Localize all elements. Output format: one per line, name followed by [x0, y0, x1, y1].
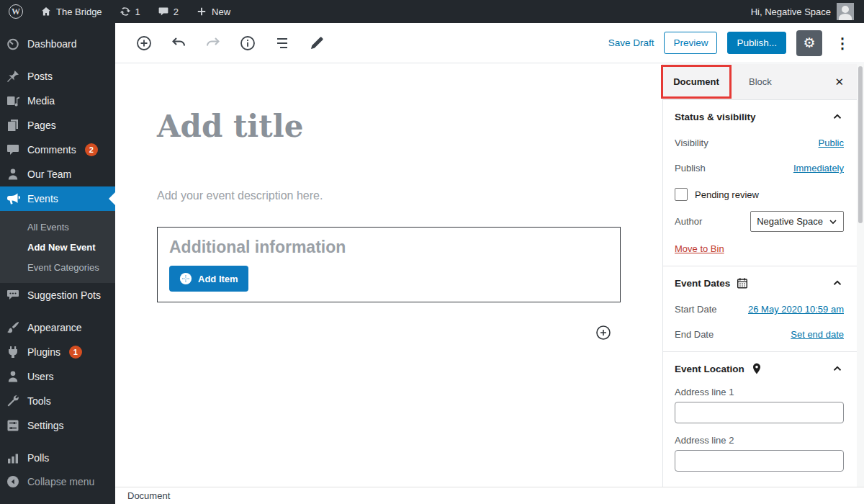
new-label: New — [212, 6, 230, 17]
author-label: Author — [675, 216, 702, 227]
address-line-2-input[interactable] — [675, 450, 844, 472]
scrollbar-thumb[interactable] — [858, 66, 863, 223]
content-structure-icon[interactable] — [239, 35, 256, 52]
editor-footer: Document — [115, 487, 864, 504]
sidebar-item-comments[interactable]: Comments 2 — [0, 138, 115, 162]
plus-circle-icon — [179, 272, 192, 285]
events-submenu: All Events Add New Event Event Categorie… — [0, 211, 115, 283]
sidebar-item-label: Events — [27, 193, 58, 204]
site-name-label: The Bridge — [56, 6, 102, 17]
sidebar-item-settings[interactable]: Settings — [0, 413, 115, 438]
wordpress-menu[interactable]: W — [0, 0, 32, 23]
sidebar-item-label: Appearance — [27, 322, 82, 333]
comment-bubble-icon — [158, 6, 169, 17]
undo-icon[interactable] — [170, 35, 187, 52]
close-icon[interactable]: ✕ — [834, 76, 844, 89]
sidebar-item-pages[interactable]: Pages — [0, 113, 115, 138]
address-line-2-label: Address line 2 — [675, 435, 844, 446]
bar-chart-icon — [6, 451, 20, 465]
start-date-label: Start Date — [675, 304, 717, 315]
site-name-link[interactable]: The Bridge — [32, 0, 111, 23]
end-date-link[interactable]: Set end date — [791, 329, 844, 340]
block-navigation-icon[interactable] — [274, 35, 291, 52]
visibility-label: Visibility — [675, 138, 708, 148]
save-draft-button[interactable]: Save Draft — [608, 37, 654, 48]
publish-value-link[interactable]: Immediately — [793, 163, 844, 174]
collapse-menu-button[interactable]: Collapse menu — [0, 469, 115, 494]
publish-label: Publish — [675, 163, 706, 174]
status-visibility-section: Status & visibility Visibility Public Pu… — [663, 100, 864, 266]
comments-menu[interactable]: 2 — [149, 0, 187, 23]
sidebar-item-label: Pages — [27, 120, 56, 131]
account-menu[interactable]: Hi, Negative Space — [751, 3, 864, 20]
panel-scrollbar[interactable] — [857, 64, 864, 487]
address-line-1-input[interactable] — [675, 402, 844, 423]
comments-badge: 2 — [85, 143, 98, 156]
sidebar-item-dashboard[interactable]: Dashboard — [0, 32, 115, 56]
start-date-link[interactable]: 26 May 2020 10:59 am — [748, 304, 844, 315]
updates-count: 1 — [135, 6, 140, 17]
sidebar-item-plugins[interactable]: Plugins 1 — [0, 340, 115, 364]
megaphone-icon — [6, 192, 20, 206]
breadcrumb: Document — [127, 490, 170, 501]
new-menu[interactable]: New — [187, 0, 239, 23]
sidebar-item-our-team[interactable]: Our Team — [0, 162, 115, 186]
add-item-button[interactable]: Add Item — [169, 266, 248, 292]
sidebar-item-label: Users — [27, 371, 54, 382]
publish-button[interactable]: Publish... — [727, 32, 786, 54]
sidebar-item-suggestion-pots[interactable]: Suggestion Pots — [0, 283, 115, 307]
testimonial-icon — [6, 288, 20, 302]
sidebar-item-appearance[interactable]: Appearance — [0, 315, 115, 340]
calendar-icon — [736, 276, 749, 289]
user-icon — [6, 167, 20, 181]
settings-tabs: Document Block ✕ — [663, 64, 864, 100]
brush-icon — [6, 320, 20, 335]
add-block-icon[interactable] — [135, 35, 153, 52]
comments-count: 2 — [174, 6, 179, 17]
sidebar-item-events[interactable]: Events — [0, 186, 115, 211]
edit-pencil-icon[interactable] — [308, 35, 325, 52]
sidebar-item-label: Collapse menu — [27, 476, 94, 487]
event-dates-section: Event Dates Start Date 26 May 2020 10:59… — [663, 266, 864, 352]
submenu-item-add-new-event[interactable]: Add New Event — [0, 237, 115, 257]
pending-review-checkbox[interactable] — [675, 188, 688, 201]
settings-sidebar: Document Block ✕ Status & visibility Vis… — [662, 64, 864, 487]
more-options-icon[interactable]: ⋮ — [832, 35, 852, 52]
author-select[interactable]: Negative Space — [750, 211, 844, 232]
sidebar-item-tools[interactable]: Tools — [0, 389, 115, 413]
section-title: Status & visibility — [675, 112, 756, 122]
submenu-item-label: Event Categories — [27, 262, 99, 273]
wrench-icon — [6, 394, 20, 408]
chevron-up-icon[interactable] — [831, 276, 844, 289]
greeting-label: Hi, Negative Space — [751, 6, 831, 17]
submenu-item-label: All Events — [27, 222, 69, 233]
visibility-value-link[interactable]: Public — [819, 138, 844, 148]
chevron-up-icon[interactable] — [831, 362, 844, 375]
chevron-up-icon[interactable] — [831, 110, 844, 123]
settings-gear-button[interactable]: ⚙ — [796, 30, 822, 56]
redo-icon[interactable] — [204, 35, 222, 52]
tab-document[interactable]: Document — [661, 65, 732, 99]
submenu-item-all-events[interactable]: All Events — [0, 217, 115, 237]
move-to-bin-link[interactable]: Move to Bin — [675, 243, 724, 254]
submenu-item-event-categories[interactable]: Event Categories — [0, 257, 115, 277]
sidebar-item-media[interactable]: Media — [0, 89, 115, 113]
sidebar-item-label: Dashboard — [27, 38, 77, 50]
sidebar-item-posts[interactable]: Posts — [0, 64, 115, 89]
sidebar-item-label: Comments — [27, 144, 76, 156]
pushpin-icon — [6, 69, 20, 84]
sidebar-item-users[interactable]: Users — [0, 364, 115, 389]
editor-toolbar: Save Draft Preview Publish... ⚙ ⋮ — [115, 23, 864, 63]
sidebar-item-polls[interactable]: Polls — [0, 446, 115, 470]
title-input[interactable]: Add title — [157, 109, 621, 145]
additional-information-heading: Additional information — [169, 238, 608, 257]
additional-information-block[interactable]: Additional information Add Item — [157, 227, 621, 302]
home-icon — [40, 6, 52, 17]
updates-menu[interactable]: 1 — [111, 0, 149, 23]
description-input[interactable]: Add your event description here. — [157, 189, 621, 202]
end-date-label: End Date — [675, 329, 714, 340]
tab-block[interactable]: Block — [749, 76, 772, 87]
block-appender-icon[interactable] — [595, 324, 612, 341]
preview-button[interactable]: Preview — [664, 32, 717, 54]
sidebar-item-label: Suggestion Pots — [27, 289, 101, 301]
